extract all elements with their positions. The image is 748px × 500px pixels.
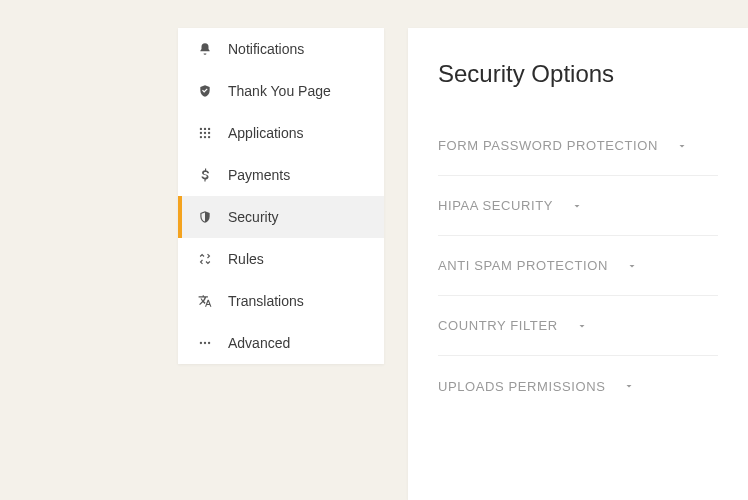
option-form-password[interactable]: FORM PASSWORD PROTECTION (438, 116, 718, 176)
option-label: COUNTRY FILTER (438, 318, 558, 333)
chevron-down-icon (623, 380, 635, 392)
svg-point-9 (200, 342, 202, 344)
sidebar-item-label: Payments (228, 167, 290, 183)
chevron-down-icon (676, 140, 688, 152)
sidebar-item-translations[interactable]: Translations (178, 280, 384, 322)
option-uploads-permissions[interactable]: UPLOADS PERMISSIONS (438, 356, 718, 416)
svg-point-8 (208, 136, 210, 138)
settings-sidebar: Notifications Thank You Page Application… (178, 28, 384, 364)
sidebar-item-notifications[interactable]: Notifications (178, 28, 384, 70)
shield-check-icon (196, 82, 214, 100)
svg-point-6 (200, 136, 202, 138)
option-label: UPLOADS PERMISSIONS (438, 379, 605, 394)
translate-icon (196, 292, 214, 310)
svg-point-0 (200, 128, 202, 130)
main-panel: Security Options FORM PASSWORD PROTECTIO… (408, 28, 748, 500)
svg-point-4 (204, 132, 206, 134)
sidebar-item-advanced[interactable]: Advanced (178, 322, 384, 364)
svg-point-2 (208, 128, 210, 130)
option-anti-spam[interactable]: ANTI SPAM PROTECTION (438, 236, 718, 296)
svg-point-7 (204, 136, 206, 138)
rules-icon (196, 250, 214, 268)
sidebar-item-label: Thank You Page (228, 83, 331, 99)
shield-icon (196, 208, 214, 226)
chevron-down-icon (571, 200, 583, 212)
option-country-filter[interactable]: COUNTRY FILTER (438, 296, 718, 356)
sidebar-item-payments[interactable]: Payments (178, 154, 384, 196)
sidebar-item-label: Rules (228, 251, 264, 267)
option-label: ANTI SPAM PROTECTION (438, 258, 608, 273)
sidebar-item-rules[interactable]: Rules (178, 238, 384, 280)
option-label: HIPAA SECURITY (438, 198, 553, 213)
sidebar-item-thankyou[interactable]: Thank You Page (178, 70, 384, 112)
page-title: Security Options (438, 60, 718, 88)
chevron-down-icon (576, 320, 588, 332)
svg-point-5 (208, 132, 210, 134)
svg-point-10 (204, 342, 206, 344)
sidebar-item-applications[interactable]: Applications (178, 112, 384, 154)
sidebar-item-security[interactable]: Security (178, 196, 384, 238)
sidebar-item-label: Translations (228, 293, 304, 309)
svg-point-1 (204, 128, 206, 130)
sidebar-item-label: Notifications (228, 41, 304, 57)
sidebar-item-label: Advanced (228, 335, 290, 351)
dots-icon (196, 334, 214, 352)
svg-point-11 (208, 342, 210, 344)
sidebar-item-label: Applications (228, 125, 304, 141)
dollar-icon (196, 166, 214, 184)
svg-point-3 (200, 132, 202, 134)
option-hipaa[interactable]: HIPAA SECURITY (438, 176, 718, 236)
chevron-down-icon (626, 260, 638, 272)
sidebar-item-label: Security (228, 209, 279, 225)
grid-icon (196, 124, 214, 142)
option-label: FORM PASSWORD PROTECTION (438, 138, 658, 153)
bell-icon (196, 40, 214, 58)
